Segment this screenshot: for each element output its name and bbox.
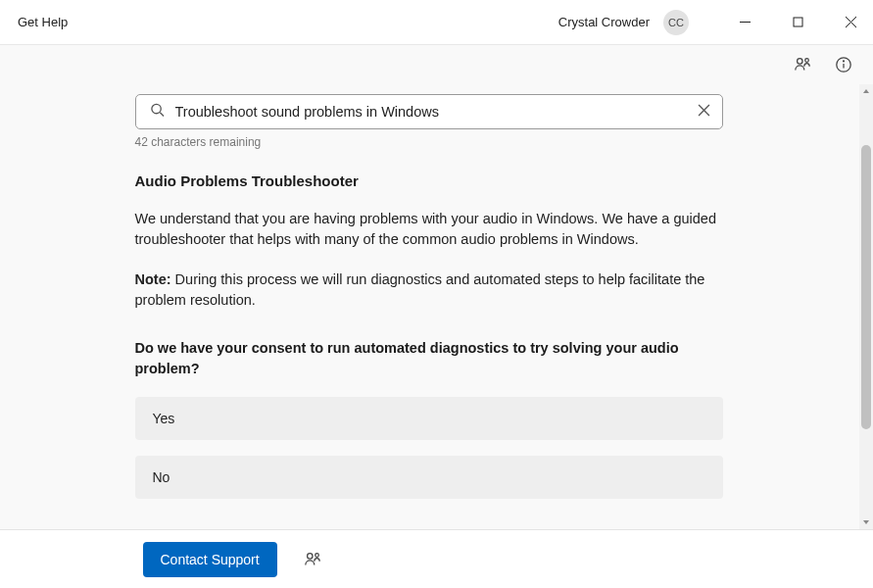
- info-button[interactable]: [830, 51, 857, 78]
- titlebar-right: Crystal Crowder CC: [558, 0, 873, 45]
- svg-line-10: [160, 113, 164, 117]
- note-label: Note:: [135, 271, 171, 287]
- footer-feedback-button[interactable]: [299, 546, 326, 573]
- svg-marker-13: [863, 89, 869, 93]
- option-no[interactable]: No: [135, 456, 723, 499]
- svg-point-8: [844, 61, 845, 62]
- maximize-icon: [793, 17, 803, 27]
- x-icon: [698, 104, 710, 117]
- svg-point-5: [805, 59, 809, 63]
- scrollbar[interactable]: [859, 84, 873, 529]
- svg-rect-1: [794, 18, 802, 26]
- close-icon: [846, 17, 856, 27]
- feedback-icon: [304, 551, 321, 568]
- search-input[interactable]: [175, 104, 687, 120]
- bottom-inner: Contact Support: [143, 530, 731, 588]
- svg-point-9: [151, 104, 160, 113]
- chevron-up-icon: [862, 87, 870, 95]
- scroll-up-button[interactable]: [859, 84, 873, 98]
- scroll-down-button[interactable]: [859, 515, 873, 529]
- clear-search-button[interactable]: [698, 103, 710, 121]
- article: Audio Problems Troubleshooter We underst…: [135, 172, 723, 514]
- toolbar: [0, 45, 873, 84]
- scroll-thumb[interactable]: [861, 145, 871, 429]
- search-box[interactable]: [135, 94, 723, 129]
- minimize-icon: [740, 17, 751, 27]
- article-intro: We understand that you are having proble…: [135, 209, 723, 250]
- feedback-icon: [794, 56, 811, 74]
- article-note: Note: During this process we will run di…: [135, 270, 723, 311]
- content-inner: 42 characters remaining Audio Problems T…: [135, 84, 723, 514]
- content: 42 characters remaining Audio Problems T…: [0, 84, 857, 529]
- svg-point-15: [307, 553, 312, 558]
- content-wrap: 42 characters remaining Audio Problems T…: [0, 45, 873, 529]
- app-title: Get Help: [18, 15, 68, 29]
- chevron-down-icon: [862, 518, 870, 526]
- feedback-button[interactable]: [789, 51, 816, 78]
- contact-support-button[interactable]: Contact Support: [143, 542, 277, 577]
- bottom-bar: Contact Support: [0, 529, 873, 588]
- svg-marker-14: [863, 520, 869, 524]
- char-remaining: 42 characters remaining: [135, 135, 723, 149]
- minimize-button[interactable]: [722, 0, 767, 45]
- article-heading: Audio Problems Troubleshooter: [135, 172, 723, 189]
- note-text: During this process we will run diagnost…: [135, 271, 705, 308]
- titlebar: Get Help Crystal Crowder CC: [0, 0, 873, 45]
- svg-point-16: [315, 553, 318, 557]
- search-icon: [150, 103, 165, 122]
- svg-point-4: [798, 59, 802, 64]
- user-name: Crystal Crowder: [558, 15, 650, 29]
- close-button[interactable]: [828, 0, 873, 45]
- option-yes[interactable]: Yes: [135, 397, 723, 440]
- info-icon: [835, 56, 852, 74]
- maximize-button[interactable]: [775, 0, 820, 45]
- consent-question: Do we have your consent to run automated…: [135, 338, 723, 379]
- user-avatar[interactable]: CC: [663, 10, 689, 35]
